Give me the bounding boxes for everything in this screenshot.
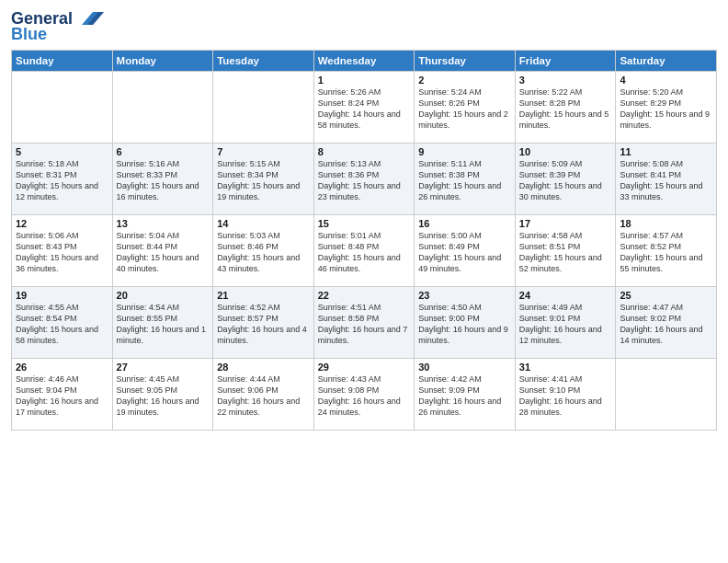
- day-number: 2: [418, 75, 511, 86]
- day-number: 30: [418, 362, 511, 373]
- calendar-day-cell: 29 Sunrise: 4:43 AMSunset: 9:08 PMDaylig…: [313, 359, 415, 431]
- day-number: 18: [620, 218, 712, 229]
- calendar-day-cell: 30 Sunrise: 4:42 AMSunset: 9:09 PMDaylig…: [415, 359, 516, 431]
- calendar-day-cell: 28 Sunrise: 4:44 AMSunset: 9:06 PMDaylig…: [213, 359, 314, 431]
- calendar-day-cell: 24 Sunrise: 4:49 AMSunset: 9:01 PMDaylig…: [515, 287, 616, 359]
- day-number: 9: [418, 146, 511, 157]
- calendar-day-cell: 15 Sunrise: 5:01 AMSunset: 8:48 PMDaylig…: [313, 215, 415, 287]
- day-number: 26: [16, 362, 108, 373]
- col-sunday: Sunday: [12, 51, 113, 72]
- day-number: 15: [318, 218, 411, 229]
- calendar-day-cell: 18 Sunrise: 4:57 AMSunset: 8:52 PMDaylig…: [616, 215, 717, 287]
- col-thursday: Thursday: [415, 51, 516, 72]
- day-info: Sunrise: 4:41 AMSunset: 9:10 PMDaylight:…: [519, 373, 612, 419]
- calendar-day-cell: 20 Sunrise: 4:54 AMSunset: 8:55 PMDaylig…: [112, 287, 213, 359]
- day-number: 5: [16, 146, 108, 157]
- calendar-day-cell: 31 Sunrise: 4:41 AMSunset: 9:10 PMDaylig…: [515, 359, 616, 431]
- calendar-day-cell: 9 Sunrise: 5:11 AMSunset: 8:38 PMDayligh…: [415, 144, 516, 215]
- col-monday: Monday: [112, 51, 213, 72]
- calendar-day-cell: 25 Sunrise: 4:47 AMSunset: 9:02 PMDaylig…: [616, 287, 717, 359]
- logo-blue-text: Blue: [11, 25, 47, 44]
- day-number: 1: [318, 75, 411, 86]
- day-number: 3: [519, 75, 612, 86]
- day-info: Sunrise: 5:15 AMSunset: 8:34 PMDaylight:…: [217, 158, 310, 203]
- day-number: 10: [519, 146, 612, 157]
- day-info: Sunrise: 5:06 AMSunset: 8:43 PMDaylight:…: [16, 230, 108, 275]
- calendar-header-row: Sunday Monday Tuesday Wednesday Thursday…: [12, 51, 717, 72]
- day-info: Sunrise: 5:13 AMSunset: 8:36 PMDaylight:…: [318, 158, 411, 203]
- day-number: 11: [620, 146, 712, 157]
- day-info: Sunrise: 5:18 AMSunset: 8:31 PMDaylight:…: [16, 158, 108, 203]
- day-number: 19: [16, 290, 108, 301]
- calendar-day-cell: 12 Sunrise: 5:06 AMSunset: 8:43 PMDaylig…: [12, 215, 113, 287]
- day-info: Sunrise: 5:26 AMSunset: 8:24 PMDaylight:…: [318, 86, 411, 132]
- day-number: 4: [620, 75, 712, 86]
- calendar-day-cell: 13 Sunrise: 5:04 AMSunset: 8:44 PMDaylig…: [112, 215, 213, 287]
- calendar-day-cell: 17 Sunrise: 4:58 AMSunset: 8:51 PMDaylig…: [515, 215, 616, 287]
- calendar-day-cell: 7 Sunrise: 5:15 AMSunset: 8:34 PMDayligh…: [213, 144, 314, 215]
- calendar-day-cell: 16 Sunrise: 5:00 AMSunset: 8:49 PMDaylig…: [415, 215, 516, 287]
- day-info: Sunrise: 4:50 AMSunset: 9:00 PMDaylight:…: [418, 302, 511, 347]
- col-saturday: Saturday: [616, 51, 717, 72]
- day-info: Sunrise: 5:00 AMSunset: 8:49 PMDaylight:…: [418, 230, 511, 275]
- calendar-week-row: 26 Sunrise: 4:46 AMSunset: 9:04 PMDaylig…: [12, 359, 717, 431]
- calendar-day-cell: 5 Sunrise: 5:18 AMSunset: 8:31 PMDayligh…: [12, 144, 113, 215]
- calendar-day-cell: [213, 72, 314, 144]
- day-info: Sunrise: 4:47 AMSunset: 9:02 PMDaylight:…: [620, 302, 712, 347]
- day-info: Sunrise: 5:03 AMSunset: 8:46 PMDaylight:…: [217, 230, 310, 275]
- day-number: 17: [519, 218, 612, 229]
- day-info: Sunrise: 4:57 AMSunset: 8:52 PMDaylight:…: [620, 230, 712, 275]
- calendar-day-cell: 10 Sunrise: 5:09 AMSunset: 8:39 PMDaylig…: [515, 144, 616, 215]
- calendar-day-cell: 11 Sunrise: 5:08 AMSunset: 8:41 PMDaylig…: [616, 144, 717, 215]
- calendar-day-cell: 8 Sunrise: 5:13 AMSunset: 8:36 PMDayligh…: [313, 144, 415, 215]
- day-number: 13: [117, 218, 210, 229]
- day-number: 21: [217, 290, 310, 301]
- day-info: Sunrise: 4:55 AMSunset: 8:54 PMDaylight:…: [16, 302, 108, 347]
- day-info: Sunrise: 5:16 AMSunset: 8:33 PMDaylight:…: [117, 158, 210, 203]
- day-info: Sunrise: 5:08 AMSunset: 8:41 PMDaylight:…: [620, 158, 712, 203]
- col-friday: Friday: [515, 51, 616, 72]
- calendar-week-row: 5 Sunrise: 5:18 AMSunset: 8:31 PMDayligh…: [12, 144, 717, 215]
- day-number: 31: [519, 362, 612, 373]
- day-number: 23: [418, 290, 511, 301]
- day-number: 29: [318, 362, 411, 373]
- day-number: 24: [519, 290, 612, 301]
- day-info: Sunrise: 4:44 AMSunset: 9:06 PMDaylight:…: [217, 373, 310, 419]
- day-info: Sunrise: 4:45 AMSunset: 9:05 PMDaylight:…: [117, 373, 210, 419]
- day-number: 22: [318, 290, 411, 301]
- day-info: Sunrise: 4:49 AMSunset: 9:01 PMDaylight:…: [519, 302, 612, 347]
- calendar-day-cell: 22 Sunrise: 4:51 AMSunset: 8:58 PMDaylig…: [313, 287, 415, 359]
- day-info: Sunrise: 4:54 AMSunset: 8:55 PMDaylight:…: [117, 302, 210, 347]
- calendar-day-cell: 4 Sunrise: 5:20 AMSunset: 8:29 PMDayligh…: [616, 72, 717, 144]
- calendar-week-row: 12 Sunrise: 5:06 AMSunset: 8:43 PMDaylig…: [12, 215, 717, 287]
- day-info: Sunrise: 4:52 AMSunset: 8:57 PMDaylight:…: [217, 302, 310, 347]
- col-tuesday: Tuesday: [213, 51, 314, 72]
- day-number: 16: [418, 218, 511, 229]
- day-info: Sunrise: 5:04 AMSunset: 8:44 PMDaylight:…: [117, 230, 210, 275]
- day-number: 6: [117, 146, 210, 157]
- day-info: Sunrise: 4:58 AMSunset: 8:51 PMDaylight:…: [519, 230, 612, 275]
- day-number: 25: [620, 290, 712, 301]
- page-header: General Blue: [11, 9, 717, 44]
- day-info: Sunrise: 5:01 AMSunset: 8:48 PMDaylight:…: [318, 230, 411, 275]
- day-info: Sunrise: 4:46 AMSunset: 9:04 PMDaylight:…: [16, 373, 108, 419]
- calendar-day-cell: 23 Sunrise: 4:50 AMSunset: 9:00 PMDaylig…: [415, 287, 516, 359]
- calendar-day-cell: [12, 72, 113, 144]
- col-wednesday: Wednesday: [313, 51, 415, 72]
- calendar-week-row: 1 Sunrise: 5:26 AMSunset: 8:24 PMDayligh…: [12, 72, 717, 144]
- calendar-day-cell: 21 Sunrise: 4:52 AMSunset: 8:57 PMDaylig…: [213, 287, 314, 359]
- day-info: Sunrise: 5:22 AMSunset: 8:28 PMDaylight:…: [519, 86, 612, 132]
- day-number: 12: [16, 218, 108, 229]
- calendar-day-cell: 1 Sunrise: 5:26 AMSunset: 8:24 PMDayligh…: [313, 72, 415, 144]
- day-number: 20: [117, 290, 210, 301]
- calendar-day-cell: 27 Sunrise: 4:45 AMSunset: 9:05 PMDaylig…: [112, 359, 213, 431]
- day-number: 27: [117, 362, 210, 373]
- logo-icon: [74, 8, 104, 29]
- day-info: Sunrise: 5:24 AMSunset: 8:26 PMDaylight:…: [418, 86, 511, 132]
- day-info: Sunrise: 5:20 AMSunset: 8:29 PMDaylight:…: [620, 86, 712, 132]
- day-info: Sunrise: 4:51 AMSunset: 8:58 PMDaylight:…: [318, 302, 411, 347]
- calendar-day-cell: 3 Sunrise: 5:22 AMSunset: 8:28 PMDayligh…: [515, 72, 616, 144]
- calendar-table: Sunday Monday Tuesday Wednesday Thursday…: [11, 50, 717, 431]
- calendar-day-cell: [112, 72, 213, 144]
- day-info: Sunrise: 4:43 AMSunset: 9:08 PMDaylight:…: [318, 373, 411, 419]
